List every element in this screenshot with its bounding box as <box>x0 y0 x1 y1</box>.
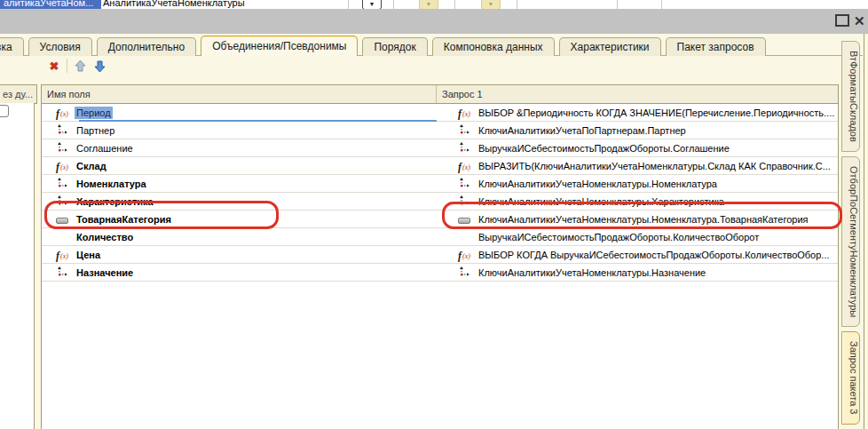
field-name: Характеристика <box>76 196 154 207</box>
tab-label: Пакет запросов <box>677 41 754 53</box>
query-designer-window: алитикаУчетаНом... АналитикаУчетаНоменкл… <box>0 0 868 429</box>
query-expression: ВыручкаИСебестоимостьПродажОбороты.Согла… <box>478 143 730 154</box>
query-expression-cell[interactable]: f(x) ВЫБОР КОГДА ВыручкаИСебестоимостьПр… <box>437 246 838 263</box>
query-expression: КлючиАналитикиУчетаНоменклатуры.Номенкла… <box>478 179 717 189</box>
tab-Характеристики[interactable]: Характеристики <box>559 37 661 56</box>
field-name-cell[interactable]: ТоварнаяКатегория <box>42 211 437 227</box>
field-name-cell[interactable]: Количество <box>42 228 437 245</box>
tab-Компоновка данных[interactable]: Компоновка данных <box>432 37 555 56</box>
tab-label: вка <box>0 41 12 53</box>
query-expression-cell[interactable]: f(x) ВЫРАЗИТЬ(КлючиАналитикиУчетаНоменкл… <box>437 157 838 174</box>
column-header-field-name[interactable]: Имя поля <box>42 85 437 103</box>
tab-Объединения/Псевдонимы[interactable]: Объединения/Псевдонимы <box>201 36 358 56</box>
move-down-button[interactable] <box>90 58 109 74</box>
table-row: f(x) Цена f(x) ВЫБОР КОГДА ВыручкаИСебес… <box>42 246 838 264</box>
query-expression-cell[interactable]: f(x) ВЫБОР &Периодичность КОГДА ЗНАЧЕНИЕ… <box>437 104 838 121</box>
query-expression: ВЫРАЗИТЬ(КлючиАналитикиУчетаНоменклатуры… <box>478 161 831 171</box>
union-checkbox[interactable] <box>0 105 9 117</box>
field-name-cell[interactable]: Соглашение <box>42 139 437 156</box>
field-name-cell[interactable]: Партнер <box>42 122 437 139</box>
delete-button[interactable]: ✖ <box>44 58 64 74</box>
field-name-cell[interactable]: f(x) Период <box>42 104 437 121</box>
field-icon <box>54 176 70 188</box>
field-type-icon <box>54 123 70 139</box>
tab-Дополнительно[interactable]: Дополнительно <box>97 37 196 56</box>
field-type-icon <box>54 229 70 245</box>
move-up-button[interactable] <box>70 58 90 74</box>
query-expression: ВЫБОР &Периодичность КОГДА ЗНАЧЕНИЕ(Пере… <box>478 107 834 118</box>
field-name-cell[interactable]: f(x) Склад <box>42 157 437 174</box>
field-name-cell[interactable]: f(x) Цена <box>42 246 437 263</box>
tab-label: Дополнительно <box>108 41 185 53</box>
fx-icon: f(x) <box>456 107 472 120</box>
field-name-cell[interactable]: Номенклатура <box>42 175 437 192</box>
query-field-type-icon <box>456 194 472 210</box>
tab-Порядок[interactable]: Порядок <box>362 37 427 56</box>
query-expression: ВЫБОР КОГДА ВыручкаИСебестоимостьПродажО… <box>478 250 830 260</box>
grid-line <box>454 0 455 9</box>
query-expression-cell[interactable]: КлючиАналитикиУчетаНоменклатуры.Номенкла… <box>437 175 838 192</box>
field-name: Партнер <box>76 125 114 136</box>
field-type-icon <box>54 194 70 210</box>
grid-line <box>517 0 517 9</box>
table-row: f(x) Период f(x) ВЫБОР &Периодичность КО… <box>42 104 838 122</box>
field-name: Период <box>75 107 113 119</box>
grid-line <box>348 0 349 9</box>
field-type-icon <box>54 176 70 192</box>
column-header-query1[interactable]: Запрос 1 <box>437 85 838 103</box>
query-expression: ВыручкаИСебестоимостьПродажОбороты.Колич… <box>478 232 759 242</box>
tab-Пакет запросов[interactable]: Пакет запросов <box>666 37 766 56</box>
query-expression-cell[interactable]: КлючиАналитикиУчетаНоменклатуры.Номенкла… <box>437 211 838 227</box>
background-selected-cell[interactable]: алитикаУчетаНом... <box>0 0 101 9</box>
dropdown-button[interactable]: ▼ <box>419 0 438 9</box>
field-icon <box>456 194 472 206</box>
table-row: f(x) Склад f(x) ВЫРАЗИТЬ(КлючиАналитикиУ… <box>42 157 838 175</box>
query-field-type-icon: f(x) <box>456 105 472 121</box>
grid-line <box>617 0 618 9</box>
query-expression: КлючиАналитикиУчетаНоменклатуры.Характер… <box>478 196 724 207</box>
query-field-type-icon: f(x) <box>456 158 472 174</box>
fx-icon: f(x) <box>54 161 70 173</box>
query-package-tab-Запрос пакета 3[interactable]: Запрос пакета 3 <box>841 331 860 424</box>
field-name-cell[interactable]: Характеристика <box>42 193 437 210</box>
tab-bar: вка Условия Дополнительно Объединения/Пс… <box>0 36 863 56</box>
tab-вка[interactable]: вка <box>0 37 24 56</box>
table-row: Соглашение ВыручкаИСебестоимостьПродажОб… <box>42 139 838 157</box>
fields-toolbar: ✖ <box>44 57 109 75</box>
maximize-icon[interactable] <box>835 14 849 27</box>
background-title-cell: АналитикаУчетаНоменклатуры <box>103 0 245 9</box>
field-name: Назначение <box>76 267 133 278</box>
field-icon <box>54 194 70 206</box>
close-icon[interactable]: ✕ <box>854 14 865 28</box>
query-package-tab-ОтборПоСегментуНоменклатуры[interactable]: ОтборПоСегментуНоменклатуры <box>841 156 860 327</box>
dropdown-button[interactable]: ▼ <box>481 0 501 9</box>
tab-label: Компоновка данных <box>444 41 543 53</box>
resource-icon <box>456 229 472 242</box>
table-row: ТоварнаяКатегория КлючиАналитикиУчетаНом… <box>42 211 838 228</box>
table-row: Характеристика КлючиАналитикиУчетаНоменк… <box>42 193 838 211</box>
query-expression-cell[interactable]: КлючиАналитикиУчетаНоменклатуры.Характер… <box>437 193 838 210</box>
query-expression-cell[interactable]: ВыручкаИСебестоимостьПродажОбороты.Колич… <box>437 228 838 245</box>
table-row: Номенклатура КлючиАналитикиУчетаНоменкла… <box>42 175 838 193</box>
query-expression-cell[interactable]: КлючиАналитикиУчетаНоменклатуры.Назначен… <box>437 264 838 281</box>
field-icon <box>54 265 70 277</box>
field-type-icon: f(x) <box>54 105 70 121</box>
field-name-cell[interactable]: Назначение <box>42 264 437 281</box>
field-type-icon: f(x) <box>54 158 70 174</box>
delete-icon: ✖ <box>45 60 63 73</box>
tab-Условия[interactable]: Условия <box>28 37 92 56</box>
field-icon <box>456 176 472 188</box>
query-expression-cell[interactable]: ВыручкаИСебестоимостьПродажОбороты.Согла… <box>437 139 838 156</box>
minus-icon <box>54 214 70 226</box>
field-name: Склад <box>76 161 107 171</box>
grid-line <box>661 0 662 9</box>
query-expression-cell[interactable]: КлючиАналитикиУчетаПоПартнерам.Партнер <box>437 122 838 139</box>
query-expression: КлючиАналитикиУчетаПоПартнерам.Партнер <box>478 125 686 136</box>
dropdown-button[interactable]: ▼ <box>362 0 382 9</box>
query-expression: КлючиАналитикиУчетаНоменклатуры.Назначен… <box>478 267 706 278</box>
query-field-type-icon: f(x) <box>456 247 472 263</box>
query-package-tabs: ВтФорматыСкладовОтборПоСегментуНоменклат… <box>841 41 863 425</box>
field-icon <box>456 140 472 153</box>
query-package-tab-ВтФорматыСкладов[interactable]: ВтФорматыСкладов <box>841 41 860 152</box>
dialog-right-border <box>864 34 864 429</box>
